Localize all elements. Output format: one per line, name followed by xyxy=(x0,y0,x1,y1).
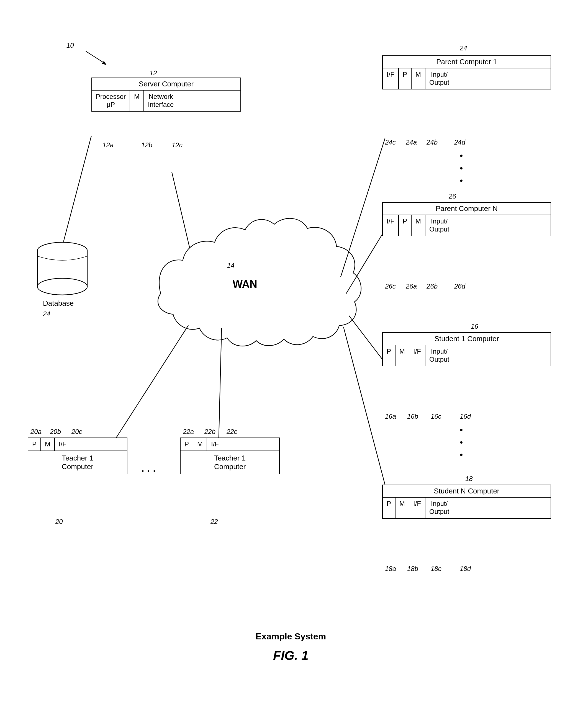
ref-database: 24 xyxy=(43,310,50,318)
ref-24a: 24a xyxy=(406,138,417,146)
ref-12c: 12c xyxy=(172,141,182,149)
ref-16a: 16a xyxy=(385,413,396,420)
svg-line-6 xyxy=(346,230,385,293)
svg-line-2 xyxy=(172,172,194,266)
ref-18d: 18d xyxy=(460,565,471,573)
student1-title: Student 1 Computer xyxy=(383,333,551,345)
svg-line-10 xyxy=(219,328,222,438)
student1-m: M xyxy=(396,345,409,366)
server-memory: M xyxy=(130,90,144,111)
parentN-if: I/F xyxy=(383,215,399,236)
ref-22a: 22a xyxy=(183,428,194,436)
ref-wan: 14 xyxy=(227,262,234,269)
caption-title: Example System xyxy=(180,631,402,642)
parent1-m: M xyxy=(411,69,425,89)
ref-10: 10 xyxy=(67,42,74,49)
ref-12b: 12b xyxy=(141,141,152,149)
ref-26d: 26d xyxy=(454,282,465,290)
svg-line-9 xyxy=(116,326,188,438)
svg-marker-1 xyxy=(102,61,107,65)
t2-title: Teacher 1Computer xyxy=(181,450,279,474)
studentN-title: Student N Computer xyxy=(383,485,551,498)
ref-26c: 26c xyxy=(385,282,396,290)
figure-label: FIG. 1 xyxy=(180,648,402,663)
ref-16b: 16b xyxy=(407,413,418,420)
svg-line-7 xyxy=(349,316,385,363)
studentN-io: Input/Output xyxy=(425,498,453,518)
student1-p: P xyxy=(383,345,396,366)
studentN-p: P xyxy=(383,498,396,518)
ref-24b: 24b xyxy=(427,138,438,146)
wan-label: WAN xyxy=(233,278,257,290)
ref-26a: 26a xyxy=(406,282,417,290)
svg-line-8 xyxy=(344,327,385,485)
ref-22b: 22b xyxy=(204,428,216,436)
student1-computer-box: Student 1 Computer P M I/F Input/Output xyxy=(382,332,551,366)
ref-20c: 20c xyxy=(72,428,82,436)
ref-18-top: 18 xyxy=(465,475,473,483)
t1-p: P xyxy=(28,438,41,450)
t1-title: Teacher 1Computer xyxy=(28,450,127,474)
svg-point-15 xyxy=(37,278,87,295)
parentN-io: Input/Output xyxy=(425,215,453,236)
svg-line-5 xyxy=(341,138,385,277)
ref-20b: 20b xyxy=(50,428,61,436)
studentN-if: I/F xyxy=(409,498,425,518)
teacher-dots: · · · xyxy=(141,465,156,477)
parentN-title: Parent Computer N xyxy=(383,203,551,215)
t2-p: P xyxy=(181,438,193,450)
server-processor: ProcessorμP xyxy=(92,90,130,111)
ref-26-top: 26 xyxy=(449,192,456,200)
server-computer-box: Server Computer ProcessorμP M NetworkInt… xyxy=(92,78,241,111)
database-shape xyxy=(36,241,88,297)
ref-22c: 22c xyxy=(227,428,237,436)
ref-20a: 20a xyxy=(30,428,42,436)
ref-20: 20 xyxy=(55,518,63,526)
parent1-if: I/F xyxy=(383,69,399,89)
parentN-p: P xyxy=(399,215,411,236)
parent1-io: Input/Output xyxy=(425,69,453,89)
studentN-m: M xyxy=(396,498,409,518)
ref-12: 12 xyxy=(150,69,157,77)
parent1-computer-box: Parent Computer 1 I/F P M Input/Output xyxy=(382,55,551,89)
server-network: NetworkInterface xyxy=(144,90,178,111)
parentN-m: M xyxy=(411,215,425,236)
ref-16d: 16d xyxy=(460,413,471,420)
ref-18b: 18b xyxy=(407,565,418,573)
parent-dots: ••• xyxy=(460,150,463,187)
ref-18a: 18a xyxy=(385,565,396,573)
parentN-computer-box: Parent Computer N I/F P M Input/Output xyxy=(382,202,551,236)
student-dots: ••• xyxy=(460,424,463,461)
parent1-p: P xyxy=(399,69,411,89)
ref-16-top: 16 xyxy=(471,322,478,330)
teacher2-computer-box: P M I/F Teacher 1Computer xyxy=(180,438,280,474)
svg-line-3 xyxy=(64,136,92,241)
parent1-title: Parent Computer 1 xyxy=(383,56,551,69)
t1-m: M xyxy=(41,438,55,450)
ref-22: 22 xyxy=(210,518,218,526)
ref-12a: 12a xyxy=(102,141,113,149)
student1-if: I/F xyxy=(409,345,425,366)
t2-m: M xyxy=(193,438,207,450)
t2-if: I/F xyxy=(207,438,223,450)
svg-line-0 xyxy=(86,51,105,64)
ref-24c: 24c xyxy=(385,138,396,146)
server-title: Server Computer xyxy=(92,78,240,90)
t1-if: I/F xyxy=(55,438,70,450)
ref-24d: 24d xyxy=(454,138,465,146)
student1-io: Input/Output xyxy=(425,345,453,366)
ref-16c: 16c xyxy=(431,413,441,420)
database-label: Database xyxy=(43,299,74,308)
studentN-computer-box: Student N Computer P M I/F Input/Output xyxy=(382,485,551,519)
ref-26b: 26b xyxy=(427,282,438,290)
ref-24-top: 24 xyxy=(460,44,467,52)
ref-18c: 18c xyxy=(431,565,441,573)
teacher1-computer-box: P M I/F Teacher 1Computer xyxy=(28,438,127,474)
